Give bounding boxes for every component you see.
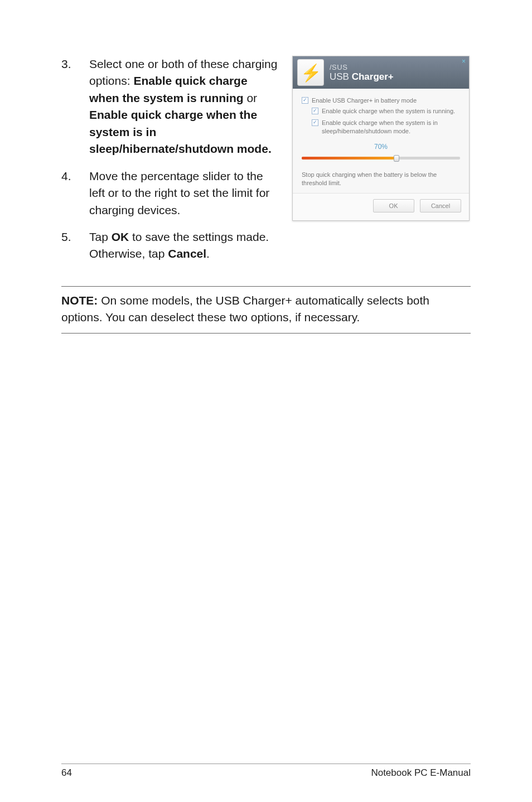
- sub-checkbox-label-1: Enable quick charge when the system is r…: [322, 107, 455, 115]
- main-checkbox-label: Enable USB Charger+ in battery mode: [312, 96, 417, 105]
- sub-options: Enable quick charge when the system is r…: [312, 107, 460, 136]
- text-run: or: [244, 91, 258, 104]
- bolt-icon: ⚡: [301, 63, 321, 83]
- step-text: Move the percentage slider to the left o…: [89, 168, 279, 219]
- step-number: 5.: [61, 229, 89, 263]
- threshold-text: Stop quick charging when the battery is …: [302, 171, 460, 187]
- page-footer: 64 Notebook PC E-Manual: [61, 764, 471, 779]
- brand-label: /SUS: [330, 63, 394, 71]
- step-number: 4.: [61, 168, 89, 219]
- sub-checkbox-row-2: Enable quick charge when the system is i…: [312, 119, 460, 136]
- checkbox-icon[interactable]: [312, 119, 318, 126]
- percentage-value: 70%: [302, 143, 460, 151]
- slider-fill: [302, 157, 396, 160]
- dialog-buttons: OK Cancel: [293, 193, 469, 220]
- page-number: 64: [61, 767, 72, 779]
- dialog-body: Enable USB Charger+ in battery mode Enab…: [293, 89, 469, 193]
- note-text: On some models, the USB Charger+ automat…: [61, 294, 429, 323]
- dialog-column: ⚡ /SUS USB Charger+ × Enable USB Charger…: [292, 56, 471, 273]
- product-label: USB Charger+: [330, 71, 394, 82]
- dialog-header: ⚡ /SUS USB Charger+ ×: [293, 56, 469, 89]
- text-run: Tap: [89, 230, 112, 243]
- app-icon: ⚡: [297, 59, 324, 86]
- close-icon[interactable]: ×: [462, 57, 466, 65]
- text-run: .: [206, 247, 210, 260]
- step-text: Select one or both of these charging opt…: [89, 56, 279, 158]
- step-3: 3. Select one or both of these charging …: [61, 56, 279, 158]
- content-area: 3. Select one or both of these charging …: [61, 56, 471, 273]
- sub-checkbox-label-2: Enable quick charge when the system is i…: [322, 119, 460, 136]
- checkbox-icon[interactable]: [312, 108, 318, 114]
- footer-title: Notebook PC E-Manual: [371, 767, 471, 779]
- document-page: 3. Select one or both of these charging …: [0, 0, 532, 802]
- step-number: 3.: [61, 56, 89, 158]
- text-run: Move the percentage slider to the left o…: [89, 170, 269, 216]
- threshold-slider[interactable]: [302, 154, 460, 162]
- sub-checkbox-row-1: Enable quick charge when the system is r…: [312, 107, 460, 115]
- checkbox-icon[interactable]: [302, 97, 308, 104]
- step-4: 4. Move the percentage slider to the lef…: [61, 168, 279, 219]
- main-checkbox-row: Enable USB Charger+ in battery mode: [302, 96, 460, 105]
- product-prefix: USB: [330, 71, 352, 82]
- step-5: 5. Tap OK to save the settings made. Oth…: [61, 229, 279, 263]
- percentage-area: 70%: [302, 143, 460, 162]
- slider-thumb[interactable]: [394, 155, 399, 162]
- steps-column: 3. Select one or both of these charging …: [61, 56, 279, 273]
- product-bold: Charger+: [352, 71, 394, 82]
- text-bold: OK: [112, 230, 129, 243]
- ok-button[interactable]: OK: [373, 199, 414, 212]
- dialog-titles: /SUS USB Charger+: [330, 63, 394, 83]
- note-box: NOTE: On some models, the USB Charger+ a…: [61, 286, 471, 334]
- usb-charger-dialog: ⚡ /SUS USB Charger+ × Enable USB Charger…: [292, 56, 470, 221]
- text-bold: Cancel: [168, 247, 206, 260]
- cancel-button[interactable]: Cancel: [420, 199, 461, 212]
- note-label: NOTE:: [61, 294, 98, 307]
- step-text: Tap OK to save the settings made. Otherw…: [89, 229, 279, 263]
- text-bold: Enable quick charge when the system is i…: [89, 108, 272, 155]
